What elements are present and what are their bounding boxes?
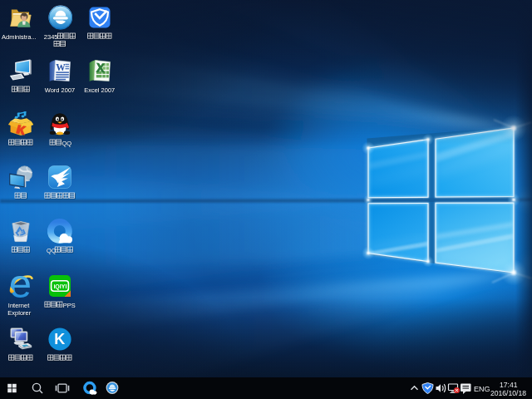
svg-text:2345: 2345 [44, 32, 58, 40]
svg-text:Internet: Internet [7, 301, 29, 308]
svg-text:iQIYI: iQIYI [53, 283, 66, 290]
svg-text:17:41: 17:41 [500, 381, 518, 389]
svg-text:2016/10/18: 2016/10/18 [490, 389, 526, 397]
svg-text:QQ: QQ [62, 139, 71, 146]
svg-text:K: K [54, 331, 65, 347]
svg-text:Word 2007: Word 2007 [45, 86, 76, 93]
svg-text:PPS: PPS [63, 301, 76, 308]
svg-text:Excel 2007: Excel 2007 [84, 86, 115, 93]
svg-text:ENG: ENG [474, 385, 490, 393]
svg-text:Administra...: Administra... [2, 32, 37, 40]
svg-text:W: W [56, 62, 66, 72]
svg-text:Explorer: Explorer [7, 309, 31, 317]
